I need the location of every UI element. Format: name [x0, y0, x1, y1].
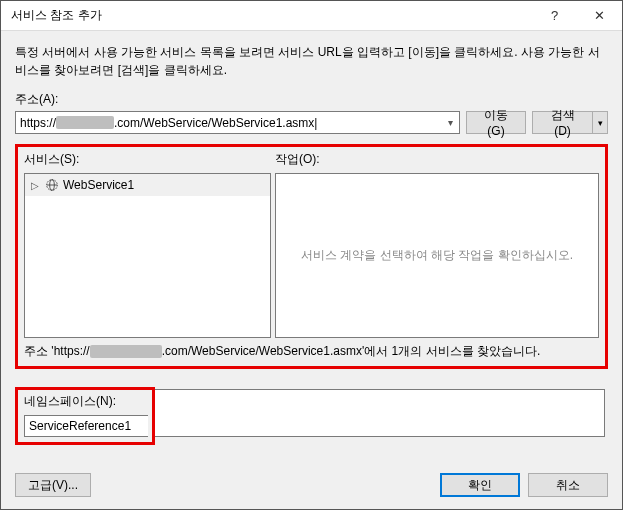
close-button[interactable]: ✕: [577, 1, 622, 31]
instructions-text: 특정 서버에서 사용 가능한 서비스 목록을 보려면 서비스 URL을 입력하고…: [15, 43, 608, 79]
namespace-label: 네임스페이스(N):: [24, 393, 146, 410]
ok-button[interactable]: 확인: [440, 473, 520, 497]
status-suffix: .com/WebService/WebService1.asmx'에서 1개의 …: [162, 343, 541, 360]
services-list[interactable]: ▷ WebService1: [24, 173, 271, 338]
window-title: 서비스 참조 추가: [11, 7, 532, 24]
operations-list[interactable]: 서비스 계약을 선택하여 해당 작업을 확인하십시오.: [275, 173, 599, 338]
operations-placeholder: 서비스 계약을 선택하여 해당 작업을 확인하십시오.: [281, 247, 593, 264]
services-area-highlight: 서비스(S): 작업(O): ▷ WebService: [15, 144, 608, 369]
address-suffix: .com/WebService/WebService1.asmx: [114, 116, 314, 130]
namespace-row: 네임스페이스(N):: [15, 387, 605, 445]
address-input[interactable]: https://.com/WebService/WebService1.asmx…: [16, 116, 441, 130]
globe-icon: [45, 178, 59, 192]
text-cursor: |: [314, 116, 317, 130]
service-name: WebService1: [63, 178, 134, 192]
address-prefix: https://: [20, 116, 56, 130]
namespace-highlight: 네임스페이스(N):: [15, 387, 155, 445]
services-label: 서비스(S):: [24, 151, 271, 168]
panels-row: ▷ WebService1 서비스 계약을 선택하여 해당 작업을 확인하십시오…: [24, 173, 599, 338]
dialog-content: 특정 서버에서 사용 가능한 서비스 목록을 보려면 서비스 URL을 입력하고…: [1, 31, 622, 465]
status-message: 주소 'https://.com/WebService/WebService1.…: [24, 343, 599, 360]
go-button[interactable]: 이동(G): [466, 111, 526, 134]
namespace-input-left[interactable]: [24, 415, 148, 437]
address-combobox[interactable]: https://.com/WebService/WebService1.asmx…: [15, 111, 460, 134]
chevron-down-icon[interactable]: ▾: [441, 117, 459, 128]
cancel-button[interactable]: 취소: [528, 473, 608, 497]
namespace-input-right[interactable]: [152, 389, 605, 437]
dialog-footer: 고급(V)... 확인 취소: [1, 465, 622, 509]
operations-label: 작업(O):: [275, 151, 320, 168]
search-button[interactable]: 검색(D): [532, 111, 592, 134]
titlebar: 서비스 참조 추가 ? ✕: [1, 1, 622, 31]
service-tree-item[interactable]: ▷ WebService1: [25, 174, 270, 196]
address-label: 주소(A):: [15, 91, 608, 108]
tree-expand-icon[interactable]: ▷: [31, 180, 41, 191]
dialog-window: 서비스 참조 추가 ? ✕ 특정 서버에서 사용 가능한 서비스 목록을 보려면…: [0, 0, 623, 510]
help-button[interactable]: ?: [532, 1, 577, 31]
status-prefix: 주소 'https://: [24, 343, 90, 360]
advanced-button[interactable]: 고급(V)...: [15, 473, 91, 497]
search-dropdown-button[interactable]: ▾: [592, 111, 608, 134]
search-split-button: 검색(D) ▾: [532, 111, 608, 134]
redacted-host: [56, 116, 114, 129]
panel-labels: 서비스(S): 작업(O):: [24, 151, 599, 171]
address-row: https://.com/WebService/WebService1.asmx…: [15, 111, 608, 134]
redacted-host-status: [90, 345, 162, 358]
